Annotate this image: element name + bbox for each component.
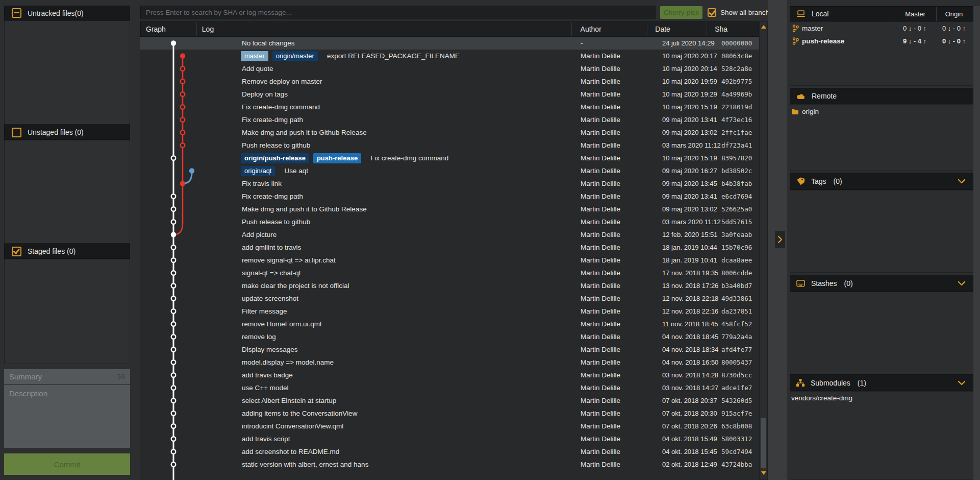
column-header-author[interactable]: Author xyxy=(572,22,648,36)
column-header-log[interactable]: Log xyxy=(197,22,572,36)
branch-badge[interactable]: push-release xyxy=(313,153,361,163)
table-row[interactable]: use C++ modelMartin Delille03 nov. 2018 … xyxy=(140,381,759,394)
table-row[interactable]: make clear the project is not officialMa… xyxy=(140,279,759,292)
commit-message: Fix create-dmg command xyxy=(242,103,320,111)
commit-author: Martin Delille xyxy=(572,90,648,98)
table-row[interactable]: select Albert Einstein at startupMartin … xyxy=(140,394,759,407)
tags-header[interactable]: Tags (0) xyxy=(790,173,973,190)
commit-log-table[interactable]: No local changes-24 juli 2020 14:2900000… xyxy=(140,37,759,480)
table-row[interactable]: Fix travis linkMartin Delille09 maj 2020… xyxy=(140,177,759,190)
cherry-pick-button[interactable]: Cherry-pick xyxy=(660,6,702,19)
table-row[interactable]: Fix create-dmg pathMartin Delille09 maj … xyxy=(140,190,759,203)
table-row[interactable]: update screenshotMartin Delille12 nov. 2… xyxy=(140,292,759,305)
table-row[interactable]: origin/aqtUse aqtMartin Delille09 maj 20… xyxy=(140,164,759,177)
scroll-down-arrow-icon[interactable] xyxy=(761,471,766,475)
branch-row-push-release[interactable]: push-release 9 ↓ - 4 ↑ 0 ↓ - 0 ↑ xyxy=(790,35,973,47)
table-row[interactable]: remove HomeForm.ui.qmlMartin Delille11 n… xyxy=(140,318,759,330)
commit-message: signal-qt => chat-qt xyxy=(242,269,301,277)
branch-badge[interactable]: origin/aqt xyxy=(241,166,275,176)
submodules-header[interactable]: Submodules (1) xyxy=(790,374,973,391)
commit-sha: b4b38fab xyxy=(708,180,759,187)
collapse-panel-button[interactable] xyxy=(775,231,785,248)
commit-sha: 2ffc1fae xyxy=(708,129,759,136)
commit-message: remove signal-qt => ai.lipr.chat xyxy=(242,256,336,264)
table-row[interactable]: Fix create-dmg pathMartin Delille09 maj … xyxy=(140,113,759,126)
show-all-branches-toggle[interactable]: Show all branches xyxy=(708,7,776,17)
table-row[interactable]: adding items to the ConversationViewMart… xyxy=(140,407,759,420)
search-input[interactable] xyxy=(140,6,656,19)
chevron-down-icon[interactable] xyxy=(958,179,966,184)
table-row[interactable]: Add quoteMartin Delille10 maj 2020 20:14… xyxy=(140,62,759,75)
submodule-row[interactable]: vendors/create-dmg xyxy=(790,392,973,404)
untracked-checkbox[interactable] xyxy=(12,8,21,18)
unstaged-checkbox[interactable] xyxy=(12,128,21,137)
untracked-files-header[interactable]: Untracked files(0) xyxy=(4,6,130,20)
scroll-up-arrow-icon[interactable] xyxy=(761,25,766,29)
table-row[interactable]: Make dmg and push it to Github ReleaseMa… xyxy=(140,126,759,139)
table-row[interactable]: signal-qt => chat-qtMartin Delille17 nov… xyxy=(140,267,759,279)
table-row[interactable]: Add pictureMartin Delille12 feb. 2020 15… xyxy=(140,228,759,241)
table-row[interactable]: Display messagesMartin Delille04 nov. 20… xyxy=(140,343,759,356)
table-row[interactable]: add travis scriptMartin Delille04 okt. 2… xyxy=(140,433,759,445)
git-branch-icon xyxy=(792,25,799,32)
column-header-date[interactable]: Date xyxy=(647,22,707,36)
table-row[interactable]: introducint ConversationView.qmlMartin D… xyxy=(140,420,759,433)
column-header-sha[interactable]: Sha xyxy=(707,22,759,36)
table-row[interactable]: Filter messageMartin Delille12 nov. 2018… xyxy=(140,305,759,318)
table-row[interactable]: Push release to githubMartin Delille03 m… xyxy=(140,215,759,228)
log-scrollbar[interactable] xyxy=(759,21,768,480)
table-row[interactable]: add qmllint to travisMartin Delille18 ja… xyxy=(140,241,759,254)
remote-header[interactable]: Remote xyxy=(790,88,973,104)
chevron-down-icon[interactable] xyxy=(958,281,966,286)
staged-checkbox[interactable] xyxy=(12,247,21,256)
table-row[interactable]: model.display => model.nameMartin Delill… xyxy=(140,356,759,369)
table-row[interactable]: add screenshot to README.mdMartin Delill… xyxy=(140,445,759,458)
commit-sha: 08063c8e xyxy=(708,52,759,60)
search-box[interactable] xyxy=(140,6,656,19)
branch-badge[interactable]: origin/master xyxy=(272,51,318,61)
column-header-graph[interactable]: Graph xyxy=(141,22,197,36)
commit-message: model.display => model.name xyxy=(242,358,334,366)
unstaged-files-header[interactable]: Unstaged files (0) xyxy=(4,125,130,140)
origin-column-header[interactable]: Origin xyxy=(936,7,972,21)
commit-author: Martin Delille xyxy=(572,193,648,200)
commit-button[interactable]: Commit xyxy=(4,453,130,475)
commit-date: 03 nov. 2018 14:27 xyxy=(648,384,708,392)
table-row[interactable]: Fix create-dmg commandMartin Delille10 m… xyxy=(140,101,759,113)
table-row[interactable]: remove logMartin Delille04 nov. 2018 18:… xyxy=(140,330,759,343)
commit-sha: 779a2a4a xyxy=(708,333,759,341)
remote-row-origin[interactable]: origin xyxy=(790,105,973,118)
table-row[interactable]: masterorigin/masterexport RELEASED_PACKA… xyxy=(140,50,759,62)
table-row[interactable]: static version with albert, ernest and h… xyxy=(140,458,759,471)
table-row[interactable]: Make dmg and push it to Github ReleaseMa… xyxy=(140,203,759,215)
table-row[interactable]: Remove deploy on masterMartin Delille10 … xyxy=(140,75,759,88)
description-input[interactable]: Description xyxy=(4,385,130,448)
branch-badge[interactable]: master xyxy=(241,51,268,61)
chevron-down-icon[interactable] xyxy=(958,380,966,386)
commit-author: Martin Delille xyxy=(572,180,648,187)
staged-files-header[interactable]: Staged files (0) xyxy=(4,244,130,259)
table-row[interactable]: origin/push-releasepush-releaseFix creat… xyxy=(140,152,759,164)
untracked-files-list[interactable] xyxy=(4,20,130,125)
folder-icon xyxy=(791,108,799,115)
remote-name: origin xyxy=(802,108,819,115)
master-column-header[interactable]: Master xyxy=(894,7,937,21)
branch-badge[interactable]: origin/push-release xyxy=(241,153,309,163)
branch-row-master[interactable]: master 0 ↓ - 0 ↑ 0 ↓ - 0 ↑ xyxy=(790,22,973,35)
log-scrollbar-thumb[interactable] xyxy=(761,418,766,468)
local-branches-header[interactable]: Local Master Origin xyxy=(790,6,973,21)
commit-sha: 543260d5 xyxy=(708,397,759,404)
table-row[interactable]: Deploy on tagsMartin Delille10 maj 2020 … xyxy=(140,88,759,101)
stashes-header[interactable]: Stashes (0) xyxy=(790,275,973,292)
commit-message: update screenshot xyxy=(242,295,298,302)
table-row[interactable]: No local changes-24 juli 2020 14:2900000… xyxy=(140,37,759,50)
table-row[interactable]: add travis badgeMartin Delille03 nov. 20… xyxy=(140,369,759,381)
commit-date: 07 okt. 2018 20:26 xyxy=(648,422,708,430)
unstaged-files-list[interactable] xyxy=(4,140,130,244)
staged-files-list[interactable] xyxy=(4,259,130,364)
table-row[interactable]: remove signal-qt => ai.lipr.chatMartin D… xyxy=(140,254,759,267)
show-all-branches-checkbox[interactable] xyxy=(708,8,716,17)
table-row[interactable]: Push release to githubMartin Delille03 m… xyxy=(140,139,759,152)
summary-input[interactable]: Summary 50 xyxy=(4,369,130,385)
right-panel-scrollbar[interactable] xyxy=(973,6,980,480)
